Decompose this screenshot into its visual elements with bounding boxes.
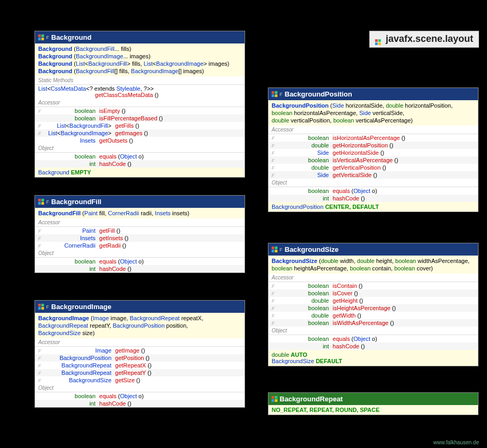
accessor-method: Fboolean isContain () [268, 282, 478, 289]
class-box-background: F BackgroundBackground (BackgroundFill..… [34, 31, 245, 178]
class-header: F BackgroundFill [35, 196, 245, 208]
constructor: BackgroundPosition (Side horizontalSide,… [272, 102, 475, 109]
constants-block: Background EMPTY [35, 168, 245, 177]
class-name: BackgroundSize [285, 245, 339, 253]
class-box-backgroundfill: F BackgroundFillBackgroundFill (Paint fi… [34, 195, 245, 273]
accessor-method: FBackgroundPosition getPosition () [35, 354, 245, 362]
object-method: int hashCode () [35, 160, 245, 168]
final-marker: F [280, 247, 283, 252]
accessor-method: boolean isFillPercentageBased () [35, 115, 245, 122]
class-header: F BackgroundPosition [268, 88, 478, 100]
object-method: boolean equals (Object o) [268, 335, 478, 342]
accessor-method: Fboolean isHeightAsPercentage () [268, 304, 478, 312]
section-object: Object [35, 144, 245, 153]
object-method: int hashCode () [35, 265, 245, 273]
accessor-method: Fboolean isVerticalAsPercentage () [268, 156, 478, 164]
final-marker: F [46, 199, 49, 205]
class-name: BackgroundImage [51, 303, 111, 311]
section-accessor: Accessor [35, 218, 245, 227]
constructor: Background (BackgroundFill[] fills, Back… [38, 67, 241, 75]
constructor: BackgroundImage (Image image, Background… [38, 314, 241, 322]
class-box-backgroundimage: F BackgroundImageBackgroundImage (Image … [34, 300, 245, 408]
object-method: boolean equals (Object o) [268, 187, 478, 195]
package-name: javafx.scene.layout [386, 33, 473, 44]
object-method: boolean equals (Object o) [35, 392, 245, 400]
section-accessor: Accessor [35, 338, 245, 347]
static-method: List<CssMetaData<? extends Styleable, ?>… [35, 85, 245, 99]
package-title: javafx.scene.layout [369, 31, 479, 48]
class-box-backgroundrepeat: BackgroundRepeatNO_REPEAT, REPEAT, ROUND… [268, 392, 479, 415]
constructor: double verticalPosition, boolean vertica… [272, 117, 475, 124]
accessor-method: Fboolean isWidthAsPercentage () [268, 319, 478, 327]
accessor-method: Fdouble getWidth () [268, 312, 478, 319]
enum-constants: NO_REPEAT, REPEAT, ROUND, SPACE [268, 405, 478, 415]
class-name: Background [51, 33, 92, 41]
constructor: boolean heightAsPercentage, boolean cont… [272, 265, 475, 272]
accessor-method: FBackgroundRepeat getRepeatY () [35, 369, 245, 376]
accessor-method: Fdouble getHorizontalPosition () [268, 142, 478, 149]
constructor-block: BackgroundSize (double width, double hei… [268, 256, 478, 274]
accessor-method: Fboolean isCover () [268, 289, 478, 297]
constructor: boolean horizontalAsPercentage, Side ver… [272, 109, 475, 117]
footer-link[interactable]: www.falkhausen.de [433, 440, 479, 445]
accessor-method: Fboolean isEmpty () [35, 107, 245, 115]
object-method: int hashCode () [268, 195, 478, 202]
accessor-method: FBackgroundSize getSize () [35, 376, 245, 384]
object-method: int hashCode () [35, 400, 245, 407]
constructor: Background (BackgroundFill... fills) [38, 45, 241, 52]
constructor-block: BackgroundImage (Image image, Background… [35, 313, 245, 338]
object-method: boolean equals (Object o) [35, 258, 245, 265]
constructor-block: BackgroundFill (Paint fill, CornerRadii … [35, 208, 245, 218]
accessor-method: Fboolean isHorizontalAsPercentage () [268, 134, 478, 142]
section-object: Object [268, 327, 478, 335]
constructor: BackgroundFill (Paint fill, CornerRadii … [38, 209, 241, 217]
final-marker: F [46, 304, 49, 310]
object-method: boolean equals (Object o) [35, 153, 245, 160]
final-marker: F [46, 35, 49, 40]
accessor-method: FInsets getInsets () [35, 234, 245, 242]
constructor: BackgroundSize size) [38, 329, 241, 337]
package-icon [375, 33, 381, 45]
section-object: Object [35, 384, 245, 392]
accessor-method: FImage getImage () [35, 347, 245, 354]
accessor-method: FList<BackgroundImage> getImages () [35, 129, 245, 137]
constructor: Background (BackgroundImage... images) [38, 52, 241, 60]
accessor-method: FSide getVerticalSide () [268, 171, 478, 179]
class-box-backgroundsize: F BackgroundSizeBackgroundSize (double w… [268, 243, 479, 366]
class-header: BackgroundRepeat [268, 393, 478, 405]
accessor-method: Insets getOutsets () [35, 137, 245, 144]
accessor-method: FBackgroundRepeat getRepeatX () [35, 362, 245, 369]
class-name: BackgroundFill [51, 198, 102, 206]
class-name: BackgroundPosition [285, 90, 352, 98]
object-method: int hashCode () [268, 342, 478, 350]
constants-block: BackgroundPosition CENTER, DEFAULT [268, 202, 478, 212]
constructor: Background (List<BackgroundFill> fills, … [38, 60, 241, 67]
constructor: BackgroundSize (double width, double hei… [272, 257, 475, 265]
final-marker: F [280, 92, 283, 97]
section-accessor: Accessor [268, 126, 478, 134]
section-static: Static Methods [35, 76, 245, 85]
class-name: BackgroundRepeat [280, 395, 343, 403]
class-header: F BackgroundImage [35, 301, 245, 313]
constructor: BackgroundRepeat repeatY, BackgroundPosi… [38, 322, 241, 329]
constants-block: double AUTOBackgroundSize DEFAULT [268, 350, 478, 366]
class-header: F BackgroundSize [268, 243, 478, 256]
section-accessor: Accessor [35, 99, 245, 107]
section-object: Object [268, 179, 478, 187]
accessor-method: FList<BackgroundFill> getFills () [35, 122, 245, 129]
section-object: Object [35, 249, 245, 258]
accessor-method: FSide getHorizontalSide () [268, 149, 478, 156]
constructor-block: Background (BackgroundFill... fills)Back… [35, 43, 245, 76]
accessor-method: FCornerRadii getRadii () [35, 242, 245, 249]
class-box-backgroundposition: F BackgroundPositionBackgroundPosition (… [268, 87, 479, 212]
section-accessor: Accessor [268, 274, 478, 282]
accessor-method: Fdouble getVerticalPosition () [268, 164, 478, 171]
accessor-method: FPaint getFill () [35, 227, 245, 234]
class-header: F Background [35, 31, 245, 43]
constructor-block: BackgroundPosition (Side horizontalSide,… [268, 100, 478, 126]
accessor-method: Fdouble getHeight () [268, 297, 478, 304]
